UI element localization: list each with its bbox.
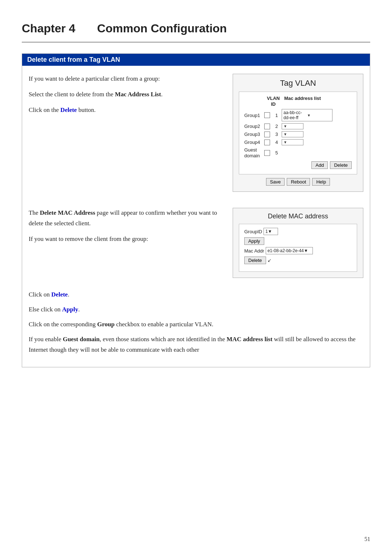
para-else-apply: Else click on Apply. xyxy=(29,304,363,315)
para-1: If you want to delete a particular clien… xyxy=(29,74,222,84)
delete-button[interactable]: Delete xyxy=(330,161,352,169)
para-4: The Delete MAC Address page will appear … xyxy=(29,208,222,229)
vlan-panel: Tag VLAN VLANID Mac address list Group1 … xyxy=(233,74,363,192)
group1-mac-value: aa-bb-cc-dd-ee-ff xyxy=(283,110,307,120)
section-header: Delete client from a Tag VLAN xyxy=(22,54,370,66)
para-click-delete: Click on Delete. xyxy=(29,290,363,300)
del-inner: GroupID 1 ▼ Apply Mac Addr xyxy=(239,224,357,272)
group2-mac-dropdown[interactable]: ▼ xyxy=(282,123,303,129)
del-mac-value: e1-08-a2-bb-2e-44 xyxy=(268,248,304,253)
help-button[interactable]: Help xyxy=(312,178,330,186)
page-number: 51 xyxy=(364,536,370,542)
reboot-button[interactable]: Reboot xyxy=(287,178,310,186)
vlan-inner: VLANID Mac address list Group1 1 aa-bb-c… xyxy=(239,92,357,174)
group3-dropdown-arrow: ▼ xyxy=(283,132,287,136)
group4-id: 4 xyxy=(271,140,282,145)
group3-id: 3 xyxy=(271,132,282,137)
group3-mac-dropdown[interactable]: ▼ xyxy=(282,131,303,137)
delete-mac-bold: Delete MAC Address xyxy=(40,209,95,216)
left-column: If you want to delete a particular clien… xyxy=(29,74,222,192)
bottom-text: Click on Delete. Else click on Apply. Cl… xyxy=(22,286,370,367)
guest-id: 5 xyxy=(271,150,282,156)
group-bold: Group xyxy=(97,321,115,328)
guest-checkbox[interactable] xyxy=(264,150,270,156)
vlan-row-group3: Group3 3 ▼ xyxy=(244,131,352,137)
group1-dropdown-arrow: ▼ xyxy=(307,113,331,117)
del-apply-row: Apply xyxy=(244,237,352,245)
chapter-title: Chapter 4 xyxy=(22,22,75,35)
para-3: Click on the Delete button. xyxy=(29,105,222,116)
del-group-arrow: ▼ xyxy=(268,229,272,234)
del-delete-button[interactable]: Delete xyxy=(244,257,266,264)
para-guest-domain: If you enable Guest domain, even those s… xyxy=(29,334,363,355)
apply-link[interactable]: Apply xyxy=(62,306,78,313)
left-column-2: The Delete MAC Address page will appear … xyxy=(29,208,222,250)
del-title: Delete MAC address xyxy=(239,213,357,220)
main-content-box: Delete client from a Tag VLAN If you wan… xyxy=(22,53,370,367)
group3-checkbox[interactable] xyxy=(264,132,270,137)
delete-link-1[interactable]: Delete xyxy=(60,106,77,113)
col-vlan-label: VLANID xyxy=(266,96,281,107)
del-mac-arrow: ▼ xyxy=(304,248,308,253)
group2-id: 2 xyxy=(271,124,282,129)
vlan-row-group4: Group4 4 ▼ xyxy=(244,139,352,145)
del-group-label: GroupID xyxy=(244,229,262,234)
delete-link-2[interactable]: Delete xyxy=(51,291,68,298)
group1-label: Group1 xyxy=(244,113,264,118)
vlan-row-group2: Group2 2 ▼ xyxy=(244,123,352,129)
section-body: If you want to delete a particular clien… xyxy=(22,66,370,200)
group1-checkbox[interactable] xyxy=(264,112,270,118)
para-2: Select the client to delete from the Mac… xyxy=(29,89,222,100)
group2-dropdown-arrow: ▼ xyxy=(283,124,287,128)
del-group-dropdown[interactable]: 1 ▼ xyxy=(264,228,278,235)
group4-dropdown-arrow: ▼ xyxy=(283,140,287,144)
right-column-2: Delete MAC address GroupID 1 ▼ A xyxy=(233,208,363,278)
vlan-col-headers: VLANID Mac address list xyxy=(244,96,352,107)
para-group-checkbox: Click on the corresponding Group checkbo… xyxy=(29,319,363,330)
header-divider xyxy=(22,42,370,43)
group1-id: 1 xyxy=(271,113,282,118)
vlan-action-buttons: Add Delete xyxy=(244,161,352,169)
guest-label: Guestdomain xyxy=(244,147,264,158)
group4-checkbox[interactable] xyxy=(264,140,270,145)
right-column: Tag VLAN VLANID Mac address list Group1 … xyxy=(233,74,363,192)
cursor-icon: ↙ xyxy=(268,258,271,263)
del-group-value: 1 xyxy=(265,229,268,234)
mac-address-list-bold: Mac Address List xyxy=(115,91,161,98)
group2-checkbox[interactable] xyxy=(264,124,270,129)
del-delete-row: Delete ↙ xyxy=(244,257,352,264)
vlan-row-guest: Guestdomain 5 xyxy=(244,147,352,158)
del-panel: Delete MAC address GroupID 1 ▼ A xyxy=(233,208,363,278)
vlan-row-group1: Group1 1 aa-bb-cc-dd-ee-ff ▼ xyxy=(244,109,352,121)
del-mac-label: Mac Addr xyxy=(244,248,264,254)
vlan-title: Tag VLAN xyxy=(239,78,357,88)
del-mac-row: Mac Addr e1-08-a2-bb-2e-44 ▼ xyxy=(244,247,352,254)
group2-label: Group2 xyxy=(244,124,264,129)
guest-domain-bold: Guest domain xyxy=(63,336,100,343)
group3-label: Group3 xyxy=(244,132,264,137)
mac-address-list-bold-2: MAC address list xyxy=(226,336,272,343)
del-apply-button[interactable]: Apply xyxy=(244,237,264,245)
del-mac-dropdown[interactable]: e1-08-a2-bb-2e-44 ▼ xyxy=(266,247,313,254)
group4-mac-dropdown[interactable]: ▼ xyxy=(282,139,303,145)
add-button[interactable]: Add xyxy=(311,161,328,169)
chapter-subtitle: Common Configuration xyxy=(97,22,227,35)
save-button[interactable]: Save xyxy=(266,178,285,186)
del-group-row: GroupID 1 ▼ xyxy=(244,228,352,235)
group4-label: Group4 xyxy=(244,140,264,145)
para-5: If you want to remove the client from th… xyxy=(29,234,222,245)
chapter-header: Chapter 4 Common Configuration xyxy=(22,22,370,35)
group1-mac-dropdown[interactable]: aa-bb-cc-dd-ee-ff ▼ xyxy=(282,109,332,121)
save-bar: Save Reboot Help xyxy=(239,178,357,186)
col-mac-label: Mac address list xyxy=(284,96,321,107)
section-body-2: The Delete MAC Address page will appear … xyxy=(22,200,370,286)
